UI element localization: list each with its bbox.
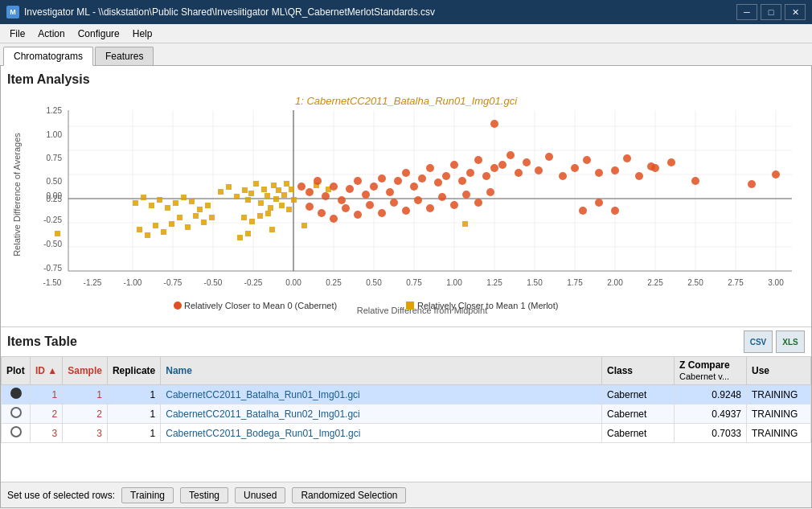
minimize-button[interactable]: ─ <box>736 4 757 20</box>
use-cell: TRAINING <box>747 404 811 424</box>
svg-text:2.00: 2.00 <box>607 278 623 287</box>
plot-radio[interactable] <box>10 426 22 437</box>
svg-point-168 <box>772 170 780 179</box>
svg-text:1.25: 1.25 <box>486 278 502 287</box>
svg-rect-99 <box>161 229 166 235</box>
svg-rect-60 <box>245 197 251 203</box>
svg-text:-0.75: -0.75 <box>43 264 62 273</box>
maximize-button[interactable]: □ <box>761 4 781 20</box>
svg-point-141 <box>583 156 591 164</box>
svg-rect-87 <box>173 200 178 206</box>
svg-point-113 <box>338 196 346 204</box>
plot-cell[interactable] <box>2 385 31 404</box>
col-header-zcompare[interactable]: Z CompareCabernet v... <box>675 357 747 385</box>
col-header-class[interactable]: Class <box>602 357 675 385</box>
svg-text:Relatively Closer to Mean 1 (M: Relatively Closer to Mean 1 (Merlot) <box>417 301 558 310</box>
plot-cell[interactable] <box>2 404 31 424</box>
col-header-name[interactable]: Name <box>161 357 602 385</box>
svg-text:3.00: 3.00 <box>768 278 784 287</box>
table-header-row: Plot ID ▲ Sample Replicate Name Class Z … <box>2 357 811 385</box>
export-csv-button[interactable]: CSV <box>744 330 773 353</box>
svg-point-136 <box>523 158 531 166</box>
svg-rect-79 <box>265 211 271 216</box>
table-row[interactable]: 111CabernetCC2011_Batalha_Run01_Img01.gc… <box>2 385 811 404</box>
tab-chromatograms[interactable]: Chromatograms <box>3 47 93 66</box>
id-cell: 3 <box>31 424 63 443</box>
svg-point-112 <box>330 183 338 191</box>
table-row[interactable]: 331CabernetCC2011_Bodega_Run01_Img01.gci… <box>2 424 811 443</box>
unused-button[interactable]: Unused <box>235 487 285 503</box>
plot-cell[interactable] <box>2 424 31 443</box>
svg-point-127 <box>450 161 458 169</box>
svg-rect-92 <box>133 200 138 206</box>
svg-point-161 <box>623 154 631 162</box>
svg-point-135 <box>515 169 523 177</box>
svg-point-117 <box>370 183 378 191</box>
svg-point-116 <box>362 191 370 199</box>
svg-text:1.50: 1.50 <box>527 278 543 287</box>
zcompare-cell: 0.7033 <box>675 424 747 443</box>
tab-features[interactable]: Features <box>95 47 154 65</box>
svg-text:1.00: 1.00 <box>446 278 462 287</box>
svg-text:-1.50: -1.50 <box>43 278 62 287</box>
svg-rect-68 <box>273 196 279 202</box>
table-row[interactable]: 221CabernetCC2011_Batalha_Run02_Img01.gc… <box>2 404 811 424</box>
window-title: Investigator ML - \\diskstation\Public S… <box>24 6 435 18</box>
sample-cell: 3 <box>63 424 108 443</box>
col-header-id[interactable]: ID ▲ <box>31 357 63 385</box>
menu-configure[interactable]: Configure <box>72 27 126 41</box>
items-table-title: Items Table <box>7 335 77 349</box>
svg-point-166 <box>651 164 659 172</box>
svg-rect-82 <box>269 227 275 232</box>
plot-radio[interactable] <box>10 407 22 418</box>
svg-text:1.00: 1.00 <box>47 130 63 139</box>
zcompare-cell: 0.4937 <box>675 404 747 424</box>
data-table-wrapper[interactable]: Plot ID ▲ Sample Replicate Name Class Z … <box>1 356 811 482</box>
svg-point-148 <box>366 201 374 209</box>
close-button[interactable]: ✕ <box>785 4 806 20</box>
svg-point-149 <box>378 209 386 217</box>
svg-rect-176 <box>406 302 414 310</box>
training-button[interactable]: Training <box>121 487 174 503</box>
svg-rect-63 <box>258 200 264 206</box>
plot-radio[interactable] <box>10 388 22 399</box>
class-cell: Cabernet <box>602 385 675 404</box>
svg-text:1: CabernetCC2011_Batalha_Run0: 1: CabernetCC2011_Batalha_Run01_Img01.gc… <box>295 95 518 107</box>
col-header-use[interactable]: Use <box>747 357 811 385</box>
menu-action[interactable]: Action <box>31 27 71 41</box>
svg-text:0.75: 0.75 <box>406 278 422 287</box>
menu-help[interactable]: Help <box>126 27 159 41</box>
svg-point-142 <box>595 169 603 177</box>
svg-rect-85 <box>189 199 195 204</box>
menu-file[interactable]: File <box>3 27 31 41</box>
data-table: Plot ID ▲ Sample Replicate Name Class Z … <box>1 356 811 443</box>
svg-rect-83 <box>205 203 211 208</box>
svg-rect-65 <box>265 193 270 199</box>
sample-cell: 2 <box>63 404 108 424</box>
items-table-header: Items Table CSV XLS <box>1 327 811 356</box>
export-xls-button[interactable]: XLS <box>776 330 805 353</box>
svg-rect-78 <box>257 213 263 219</box>
svg-rect-103 <box>301 223 307 228</box>
svg-point-146 <box>342 204 350 212</box>
svg-point-108 <box>297 183 306 191</box>
use-cell: TRAINING <box>747 385 811 404</box>
svg-rect-75 <box>291 197 297 203</box>
svg-rect-100 <box>153 223 158 228</box>
svg-point-121 <box>402 169 410 177</box>
col-header-replicate[interactable]: Replicate <box>107 357 160 385</box>
svg-text:Relative Difference of Average: Relative Difference of Averages <box>12 133 22 257</box>
svg-point-125 <box>434 179 442 187</box>
tab-bar: Chromatograms Features <box>0 43 812 66</box>
svg-point-152 <box>414 196 422 204</box>
col-header-plot[interactable]: Plot <box>2 357 31 385</box>
testing-button[interactable]: Testing <box>180 487 228 503</box>
svg-rect-74 <box>289 187 294 192</box>
col-header-sample[interactable]: Sample <box>63 357 108 385</box>
svg-rect-67 <box>271 183 277 188</box>
svg-rect-81 <box>245 231 251 236</box>
svg-text:-0.50: -0.50 <box>204 278 223 287</box>
svg-point-160 <box>611 166 619 174</box>
svg-point-140 <box>571 164 579 172</box>
randomized-selection-button[interactable]: Randomized Selection <box>292 487 406 503</box>
